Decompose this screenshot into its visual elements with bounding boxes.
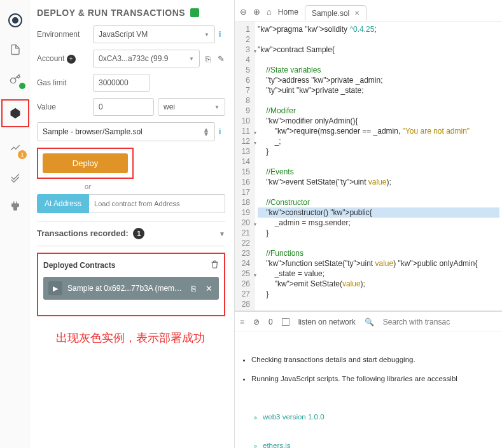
deployed-contracts-box: Deployed Contracts ▶ Sample at 0x692...7… bbox=[37, 253, 225, 316]
terminal-output[interactable]: Checking transactions details and start … bbox=[235, 332, 502, 448]
editor-area: ⊖ ⊕ ⌂ Home Sample.sol ✕ 123▾4567891011▾1… bbox=[234, 0, 502, 448]
clear-terminal-icon[interactable]: ⊘ bbox=[253, 318, 260, 326]
left-iconbar: 1 bbox=[0, 0, 31, 448]
edit-account-icon[interactable]: ✎ bbox=[216, 54, 225, 64]
remove-instance-icon[interactable]: ✕ bbox=[204, 284, 214, 293]
contract-select[interactable]: Sample - browser/Sample.sol ▲▼ bbox=[37, 122, 215, 141]
gas-limit-input[interactable] bbox=[93, 74, 150, 92]
terminal-search-input[interactable] bbox=[383, 318, 497, 326]
or-separator: or bbox=[37, 183, 113, 190]
value-label: Value bbox=[37, 102, 89, 111]
copy-account-icon[interactable]: ⎘ bbox=[204, 54, 213, 64]
account-select[interactable]: 0xCA3...a733c (99.9▼ bbox=[93, 50, 200, 67]
clear-deployed-icon[interactable] bbox=[211, 260, 219, 270]
search-icon[interactable]: 🔍 bbox=[365, 318, 374, 326]
add-account-icon[interactable]: + bbox=[67, 55, 76, 64]
deploy-button[interactable]: Deploy bbox=[43, 153, 128, 173]
svg-point-1 bbox=[12, 17, 18, 24]
terminal-panel: ≡ ⊘ 0 listen on network 🔍 Checking trans… bbox=[235, 311, 502, 448]
plugin-icon[interactable] bbox=[6, 197, 24, 215]
account-label: Account + bbox=[37, 54, 89, 64]
contract-info-icon[interactable]: i bbox=[219, 127, 225, 136]
copy-instance-icon[interactable]: ⎘ bbox=[188, 284, 199, 293]
panel-status-icon bbox=[190, 8, 199, 17]
file-explorer-icon[interactable] bbox=[6, 41, 24, 59]
compiler-icon[interactable] bbox=[6, 70, 24, 88]
instance-expand-icon[interactable]: ▶ bbox=[48, 281, 62, 295]
gas-limit-label: Gas limit bbox=[37, 78, 89, 87]
contract-instance: ▶ Sample at 0x692...77b3A (memory) ⎘ ✕ bbox=[43, 277, 219, 300]
line-gutter: 123▾4567891011▾12▾1314151617181920▾21222… bbox=[235, 22, 255, 311]
listen-checkbox[interactable] bbox=[282, 318, 289, 326]
environment-label: Environment bbox=[37, 30, 89, 39]
home-link[interactable]: Home bbox=[278, 8, 298, 17]
editor-toolbar: ⊖ ⊕ ⌂ Home Sample.sol ✕ bbox=[235, 0, 502, 22]
drag-handle-icon[interactable]: ≡ bbox=[240, 318, 244, 326]
panel-title: DEPLOY & RUN TRANSACTIONS bbox=[37, 8, 225, 18]
code-editor[interactable]: 123▾4567891011▾12▾1314151617181920▾21222… bbox=[235, 22, 502, 311]
pending-count: 0 bbox=[268, 318, 273, 326]
test-icon[interactable] bbox=[6, 168, 24, 186]
status-ok-badge bbox=[19, 83, 25, 89]
source-code[interactable]: "kw">pragma "kw">solidity ^0.4.25; "kw">… bbox=[255, 22, 502, 311]
deploy-run-icon[interactable] bbox=[1, 99, 29, 127]
zoom-out-icon[interactable]: ⊖ bbox=[240, 7, 247, 17]
transactions-recorded-label: Transactions recorded: 1 bbox=[37, 228, 144, 239]
tx-count-badge: 1 bbox=[133, 228, 144, 239]
instance-name: Sample at 0x692...77b3A (memory) bbox=[67, 284, 183, 293]
deploy-panel: DEPLOY & RUN TRANSACTIONS Environment Ja… bbox=[31, 0, 234, 448]
value-unit-select[interactable]: wei▼ bbox=[158, 98, 225, 116]
analysis-icon[interactable]: 1 bbox=[6, 139, 24, 157]
at-address-input[interactable] bbox=[89, 194, 225, 213]
home-icon[interactable]: ⌂ bbox=[267, 7, 272, 17]
value-input[interactable] bbox=[93, 98, 154, 116]
zoom-in-icon[interactable]: ⊕ bbox=[253, 7, 260, 17]
terminal-toolbar: ≡ ⊘ 0 listen on network 🔍 bbox=[235, 312, 502, 332]
logo-icon[interactable] bbox=[6, 11, 24, 29]
deploy-highlight-box: Deploy bbox=[37, 148, 134, 179]
annotation-caption: 出现灰色实例，表示部署成功 bbox=[56, 330, 225, 346]
tab-label: Sample.sol bbox=[312, 9, 349, 18]
listen-label: listen on network bbox=[298, 318, 356, 326]
file-tab[interactable]: Sample.sol ✕ bbox=[305, 5, 366, 20]
environment-info-icon[interactable]: i bbox=[219, 30, 225, 39]
deployed-contracts-title: Deployed Contracts bbox=[43, 261, 115, 270]
environment-select[interactable]: JavaScript VM▼ bbox=[93, 25, 215, 43]
tx-recorded-expand-icon[interactable]: ▼ bbox=[219, 230, 225, 237]
close-tab-icon[interactable]: ✕ bbox=[354, 10, 359, 17]
analysis-badge: 1 bbox=[18, 150, 27, 159]
at-address-button[interactable]: At Address bbox=[37, 194, 89, 213]
